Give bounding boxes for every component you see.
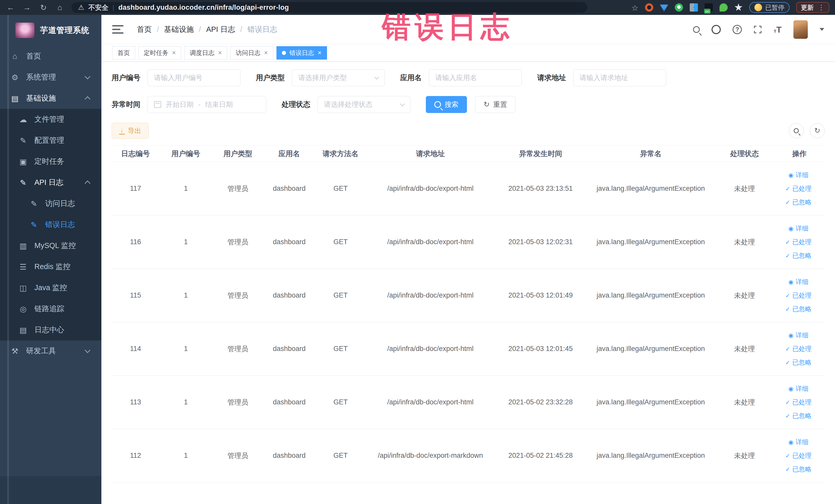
- extension-icon[interactable]: [690, 3, 698, 12]
- extension-icon[interactable]: [705, 3, 713, 12]
- breadcrumb-item[interactable]: 首页: [137, 24, 152, 35]
- bookmark-star-icon[interactable]: ☆: [631, 3, 638, 12]
- breadcrumb-separator: /: [199, 25, 201, 34]
- extension-icon[interactable]: [719, 3, 728, 12]
- process-status-select[interactable]: 请选择处理状态: [318, 96, 410, 113]
- detail-link[interactable]: ◉详细: [774, 275, 823, 288]
- address-bar[interactable]: ⚠ 不安全 | dashboard.yudao.iocoder.cn/infra…: [72, 2, 587, 13]
- github-icon[interactable]: [712, 25, 721, 34]
- detail-link[interactable]: ◉详细: [774, 222, 823, 235]
- column-header: 处理状态: [715, 146, 774, 162]
- browser-menu-icon[interactable]: ⋮: [818, 3, 825, 12]
- home-icon[interactable]: ⌂: [55, 3, 65, 12]
- request-url-input[interactable]: 请输入请求地址: [573, 69, 666, 86]
- export-button[interactable]: ↓ 导出: [111, 123, 149, 139]
- sidebar-scrollbar[interactable]: [7, 15, 9, 504]
- extension-icon[interactable]: [645, 3, 653, 12]
- extension-icon[interactable]: [734, 3, 742, 12]
- search-icon[interactable]: [693, 26, 700, 33]
- detail-link[interactable]: ◉详细: [774, 168, 823, 182]
- sidebar-item[interactable]: ☰Redis 监控: [0, 256, 101, 277]
- processed-link[interactable]: ✓已处理: [774, 449, 823, 462]
- sidebar-item[interactable]: ⚙系统管理: [0, 67, 101, 88]
- search-button[interactable]: 搜索: [426, 96, 467, 113]
- update-button[interactable]: 更新 ⋮: [796, 2, 829, 13]
- tab-item[interactable]: 首页: [112, 46, 135, 60]
- user-type-select[interactable]: 请选择用户类型: [292, 69, 385, 86]
- processed-link[interactable]: ✓已处理: [774, 288, 823, 302]
- close-icon[interactable]: ×: [264, 49, 268, 57]
- app-name-input[interactable]: 请输入应用名: [429, 69, 522, 86]
- reset-button[interactable]: ↻ 重置: [475, 96, 515, 113]
- ignored-link[interactable]: ✓已忽略: [774, 249, 823, 262]
- sidebar-item[interactable]: ⚒研发工具: [0, 340, 101, 362]
- exception-time-range[interactable]: 开始日期 - 结束日期: [148, 96, 266, 113]
- cell-user_type: 管理员: [212, 216, 264, 269]
- sidebar-item[interactable]: ▣定时任务: [0, 151, 101, 172]
- refresh-table-button[interactable]: ↻: [810, 123, 825, 138]
- sidebar-item[interactable]: ✎访问日志: [0, 193, 101, 214]
- cell-app: dashboard: [264, 162, 315, 216]
- check-icon: ✓: [785, 359, 790, 366]
- paused-badge[interactable]: 已暂停: [749, 2, 790, 13]
- help-icon[interactable]: ?: [733, 25, 742, 34]
- font-size-icon[interactable]: тT: [774, 25, 781, 34]
- trace-icon: ◎: [19, 304, 28, 314]
- close-icon[interactable]: ×: [318, 49, 322, 57]
- column-header: 请求方法名: [315, 146, 366, 162]
- extension-icon[interactable]: [675, 3, 683, 12]
- cell-exception: java.lang.IllegalArgumentException: [587, 216, 715, 269]
- error-log-table: 日志编号用户编号用户类型应用名请求方法名请求地址异常发生时间异常名处理状态操作 …: [111, 145, 825, 482]
- sidebar-item[interactable]: ▤基础设施: [0, 88, 101, 109]
- tab-item[interactable]: 定时任务×: [138, 46, 181, 60]
- detail-link[interactable]: ◉详细: [774, 328, 823, 342]
- breadcrumb-separator: /: [240, 25, 242, 34]
- ignored-link[interactable]: ✓已忽略: [774, 409, 823, 423]
- ignored-link[interactable]: ✓已忽略: [774, 195, 823, 209]
- page-url: dashboard.yudao.iocoder.cn/infra/log/api…: [118, 4, 289, 12]
- tab-active[interactable]: 错误日志×: [277, 46, 327, 60]
- cell-user_id: 1: [159, 429, 212, 482]
- extension-icon[interactable]: [660, 3, 668, 12]
- sidebar-item[interactable]: ▤日志中心: [0, 319, 101, 340]
- app-logo[interactable]: 芋道管理系统: [0, 15, 101, 46]
- avatar[interactable]: [793, 20, 808, 39]
- processed-link[interactable]: ✓已处理: [774, 182, 823, 195]
- sidebar-item[interactable]: ☁文件管理: [0, 109, 101, 130]
- collapse-menu-icon[interactable]: [112, 25, 123, 34]
- user-menu-caret-icon[interactable]: [820, 28, 824, 31]
- sidebar-item[interactable]: ✎API 日志: [0, 172, 101, 193]
- close-icon[interactable]: ×: [172, 49, 176, 57]
- processed-link[interactable]: ✓已处理: [774, 235, 823, 249]
- processed-link[interactable]: ✓已处理: [774, 396, 823, 409]
- tab-item[interactable]: 访问日志×: [230, 46, 273, 60]
- security-label: 不安全: [88, 3, 108, 12]
- user-id-input[interactable]: 请输入用户编号: [148, 69, 241, 86]
- ignored-link[interactable]: ✓已忽略: [774, 356, 823, 369]
- fullscreen-icon[interactable]: [754, 25, 762, 34]
- cell-user_type: 管理员: [212, 429, 264, 482]
- sidebar-item[interactable]: ▥MySQL 监控: [0, 235, 101, 256]
- table-row: 1141管理员dashboardGET/api/infra/db-doc/exp…: [111, 322, 825, 376]
- sidebar-item[interactable]: ⌂首页: [0, 46, 101, 67]
- ignored-link[interactable]: ✓已忽略: [774, 302, 823, 316]
- toolbox-icon: ⚒: [10, 347, 20, 356]
- breadcrumb-item[interactable]: API 日志: [206, 24, 235, 35]
- close-icon[interactable]: ×: [218, 49, 222, 57]
- sidebar-item[interactable]: ◫Java 监控: [0, 277, 101, 298]
- detail-link[interactable]: ◉详细: [774, 435, 823, 449]
- check-icon: ✓: [785, 185, 790, 192]
- breadcrumb-item[interactable]: 基础设施: [164, 24, 194, 35]
- tab-item[interactable]: 调度日志×: [184, 46, 227, 60]
- toggle-search-button[interactable]: [789, 123, 804, 138]
- sidebar-item[interactable]: ✎错误日志: [0, 214, 101, 235]
- detail-link[interactable]: ◉详细: [774, 382, 823, 396]
- forward-icon[interactable]: →: [22, 3, 32, 12]
- ignored-link[interactable]: ✓已忽略: [774, 462, 823, 476]
- back-icon[interactable]: ←: [6, 3, 15, 12]
- sidebar-item[interactable]: ✎配置管理: [0, 130, 101, 151]
- sidebar-item[interactable]: ◎链路追踪: [0, 298, 101, 319]
- app-name-label: 应用名: [400, 73, 422, 83]
- processed-link[interactable]: ✓已处理: [774, 342, 823, 356]
- reload-icon[interactable]: ↻: [39, 3, 48, 12]
